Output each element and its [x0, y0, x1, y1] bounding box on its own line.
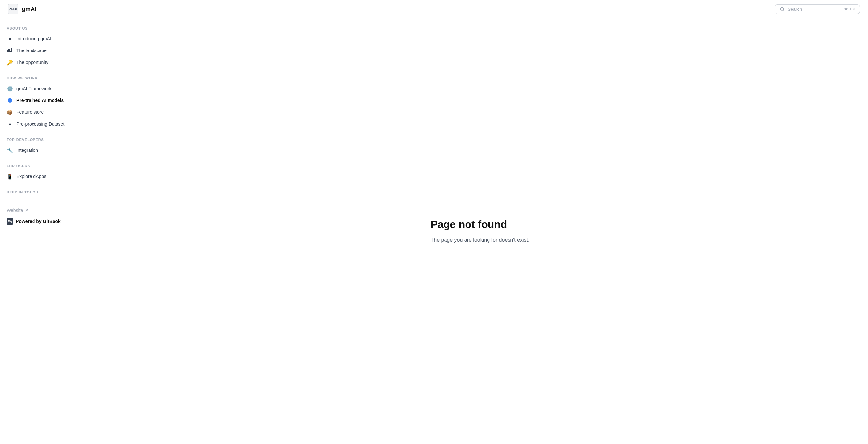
svg-point-0: [780, 7, 784, 10]
sidebar-item-framework[interactable]: ⚙️ gmAI Framework: [0, 82, 92, 95]
sidebar-item-label: Pre-trained AI models: [17, 98, 64, 103]
sidebar-item-feature-store[interactable]: 📦 Feature store: [0, 106, 92, 118]
key-icon: 🔑: [6, 59, 13, 66]
sidebar-item-landscape[interactable]: 🏙 The landscape: [0, 44, 92, 57]
sidebar-item-label: Pre-processing Dataset: [17, 121, 64, 127]
tools-icon: 🔧: [6, 147, 13, 153]
sidebar: ABOUT US ■ Introducing gmAI 🏙 The landsc…: [0, 19, 92, 444]
error-block: Page not found The page you are looking …: [430, 218, 529, 244]
sidebar-item-opportunity[interactable]: 🔑 The opportunity: [0, 57, 92, 68]
svg-point-2: [7, 98, 12, 103]
square-icon: ■: [6, 35, 13, 42]
sidebar-item-label: Explore dApps: [17, 174, 46, 179]
sidebar-item-label: The opportunity: [17, 60, 48, 65]
website-label: Website: [6, 208, 23, 213]
sidebar-section-for-users: FOR USERS 📱 Explore dApps: [0, 164, 92, 182]
sidebar-item-label: The landscape: [17, 48, 46, 53]
cityscape-icon: 🏙: [6, 47, 13, 54]
grid-icon: ⚙️: [6, 85, 13, 92]
box-icon: 📦: [6, 109, 13, 115]
sidebar-item-label: gmAI Framework: [17, 86, 52, 91]
sidebar-item-integration[interactable]: 🔧 Integration: [0, 144, 92, 156]
gitbook-icon: [6, 218, 13, 225]
section-label-keep-in-touch: KEEP IN TOUCH: [0, 190, 92, 194]
logo-text: gmAI: [22, 6, 36, 12]
apps-icon: 📱: [6, 173, 13, 180]
sidebar-item-label: Introducing gmAI: [17, 36, 51, 41]
circle-blue-icon: [6, 97, 13, 104]
main-content: Page not found The page you are looking …: [92, 19, 868, 444]
sidebar-footer: Website ↗ Powered by GitBook: [0, 202, 92, 230]
sidebar-section-how-we-work: HOW WE WORK ⚙️ gmAI Framework Pre-traine…: [0, 76, 92, 130]
powered-by-label: Powered by GitBook: [16, 219, 61, 224]
error-title: Page not found: [430, 218, 529, 231]
search-bar[interactable]: Search ⌘ + K: [775, 4, 860, 14]
external-link-icon: ↗: [25, 208, 28, 212]
section-label-how-we-work: HOW WE WORK: [0, 76, 92, 80]
error-description: The page you are looking for doesn't exi…: [430, 236, 529, 244]
section-label-for-developers: FOR DEVELOPERS: [0, 138, 92, 142]
sidebar-section-about-us: ABOUT US ■ Introducing gmAI 🏙 The landsc…: [0, 26, 92, 68]
search-placeholder: Search: [787, 6, 841, 12]
website-link[interactable]: Website ↗: [6, 208, 85, 213]
sidebar-item-introducing[interactable]: ■ Introducing gmAI: [0, 33, 92, 44]
sidebar-item-label: Integration: [17, 147, 38, 153]
search-shortcut: ⌘ + K: [844, 7, 855, 11]
square2-icon: ■: [6, 121, 13, 127]
layout: ABOUT US ■ Introducing gmAI 🏙 The landsc…: [0, 19, 868, 444]
logo-box: GM.AI: [8, 4, 19, 14]
svg-line-1: [783, 10, 785, 11]
section-label-about-us: ABOUT US: [0, 26, 92, 30]
topnav: GM.AI gmAI Search ⌘ + K: [0, 0, 868, 19]
sidebar-item-preprocessing[interactable]: ■ Pre-processing Dataset: [0, 118, 92, 130]
sidebar-section-for-developers: FOR DEVELOPERS 🔧 Integration: [0, 138, 92, 156]
section-label-for-users: FOR USERS: [0, 164, 92, 168]
powered-by-gitbook[interactable]: Powered by GitBook: [6, 218, 85, 225]
logo-area[interactable]: GM.AI gmAI: [8, 4, 36, 14]
sidebar-item-label: Feature store: [17, 109, 44, 115]
sidebar-section-keep-in-touch: KEEP IN TOUCH: [0, 190, 92, 194]
search-icon: [780, 6, 785, 12]
sidebar-item-explore-dapps[interactable]: 📱 Explore dApps: [0, 171, 92, 182]
sidebar-item-pretrained[interactable]: Pre-trained AI models: [0, 95, 92, 106]
